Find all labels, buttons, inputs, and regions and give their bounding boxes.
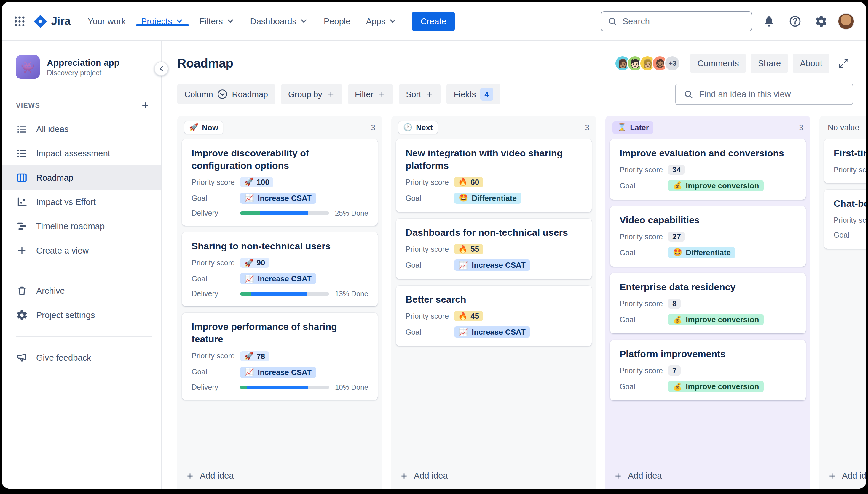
view-toolbar: Column Roadmap Group by Filter [162, 73, 866, 105]
add-idea-button[interactable]: Add idea [391, 465, 596, 489]
idea-card[interactable]: Dashboards for non-technical users Prior… [396, 218, 592, 279]
goal-value: Increase CSAT [258, 194, 311, 203]
nav-item-apps[interactable]: Apps [358, 16, 405, 26]
column-selector-label: Column [184, 90, 213, 99]
priority-row: Priority score 34 [619, 165, 796, 175]
column-header: 🚀 Now 3 [177, 115, 382, 137]
priority-score-chip: 🔥 45 [454, 311, 483, 321]
add-idea-label: Add idea [842, 471, 866, 480]
sidebar-item-archive[interactable]: Archive [2, 279, 161, 303]
expand-button[interactable] [834, 54, 853, 73]
priority-score-value: 60 [470, 178, 479, 187]
fields-button[interactable]: Fields 4 [447, 84, 501, 104]
sidebar-item-impact-vs-effort[interactable]: Impact vs Effort [2, 190, 161, 214]
avatar-overflow-badge[interactable]: +3 [664, 55, 681, 72]
priority-score-value: 55 [470, 245, 479, 254]
rocket-icon: 🚀 [244, 178, 253, 186]
app-switcher-button[interactable] [10, 12, 29, 31]
priority-score-chip: 27 [668, 232, 685, 242]
idea-card[interactable]: Improve discoverability of configuration… [182, 139, 378, 226]
sidebar-item-timeline-roadmap[interactable]: Timeline roadmap [2, 214, 161, 238]
filter-button[interactable]: Filter [348, 84, 393, 104]
idea-card[interactable]: Chat-bot su Priority score 6 Goal 💰 [824, 190, 866, 248]
about-button[interactable]: About [793, 54, 830, 73]
idea-card[interactable]: First-time ex Priority score 6 [824, 139, 866, 183]
add-idea-button[interactable]: Add idea [819, 465, 866, 489]
avatar-stack[interactable]: 👩🏽 🧑🏻 👩🏼 🧔🏽 +3 [615, 55, 681, 72]
profile-avatar[interactable] [838, 13, 854, 29]
find-idea-input[interactable] [699, 90, 846, 99]
idea-card[interactable]: Sharing to non-technical users Priority … [182, 232, 378, 306]
priority-score-chip: 🚀 100 [240, 177, 274, 187]
sidebar-item-all-ideas[interactable]: All ideas [2, 117, 161, 141]
priority-row: Priority score 6 [834, 165, 866, 175]
project-header: 👾 Appreciation app Discovery project [2, 55, 161, 79]
add-idea-button[interactable]: Add idea [605, 465, 811, 489]
goal-chip: 🤩 Differentiate [668, 247, 736, 258]
idea-card[interactable]: Improve evaluation and conversions Prior… [610, 139, 806, 200]
sort-label: Sort [406, 90, 421, 99]
find-idea-search[interactable] [675, 83, 853, 105]
divider [16, 272, 152, 272]
sidebar-item-create-view[interactable]: Create a view [2, 238, 161, 262]
progress-inprogress-segment [260, 211, 308, 215]
idea-card[interactable]: Platform improvements Priority score 7 G… [610, 340, 806, 401]
navbar-right [601, 2, 854, 40]
list-icon [16, 147, 28, 159]
jira-logo[interactable]: Jira [34, 15, 71, 27]
delivery-progress-bar [240, 292, 329, 296]
chevron-down-icon [300, 17, 308, 25]
sidebar-item-give-feedback[interactable]: Give feedback [2, 345, 161, 369]
nav-item-filters[interactable]: Filters [192, 16, 242, 26]
nav-item-projects[interactable]: Projects [133, 16, 192, 26]
delivery-progress-bar [240, 211, 329, 215]
settings-button[interactable] [812, 12, 831, 31]
goal-label: Goal [834, 231, 866, 240]
comments-button[interactable]: Comments [690, 54, 746, 73]
notifications-button[interactable] [759, 12, 778, 31]
view-label: Create a view [36, 246, 89, 255]
priority-score-value: 100 [256, 178, 269, 187]
main-content: Roadmap 👩🏽 🧑🏻 👩🏼 🧔🏽 +3 Comments Share Ab… [162, 41, 866, 489]
priority-score-label: Priority score [619, 367, 668, 375]
goal-value: Differentiate [686, 248, 731, 257]
collapse-sidebar-button[interactable] [154, 62, 168, 76]
project-name: Appreciation app [47, 57, 120, 67]
nav-item-dashboards[interactable]: Dashboards [242, 16, 316, 26]
share-button[interactable]: Share [751, 54, 788, 73]
fire-icon: 🔥 [458, 312, 468, 320]
nav-item-people[interactable]: People [316, 16, 358, 26]
goal-row: Goal 🤩 Differentiate [405, 192, 582, 204]
sidebar-item-roadmap[interactable]: Roadmap [2, 165, 161, 190]
nav-item-your-work[interactable]: Your work [80, 16, 133, 26]
column-count: 3 [371, 123, 375, 132]
goal-value: Improve conversion [686, 181, 759, 190]
plus-icon [828, 471, 836, 480]
priority-score-value: 34 [672, 165, 681, 174]
group-by-button[interactable]: Group by [281, 84, 342, 104]
sidebar-item-impact-assessment[interactable]: Impact assessment [2, 141, 161, 165]
goal-row: Goal 📈 Increase CSAT [405, 327, 582, 338]
sidebar-item-project-settings[interactable]: Project settings [2, 303, 161, 327]
idea-card[interactable]: Enterprise data residency Priority score… [610, 273, 806, 334]
add-idea-button[interactable]: Add idea [177, 465, 382, 489]
idea-card[interactable]: Better search Priority score 🔥 45 Goal [396, 286, 592, 346]
board-column-no-value: No value First-time ex Priority score 6 [819, 115, 866, 489]
global-search-input[interactable] [622, 16, 746, 26]
nav-label: Your work [88, 16, 126, 26]
view-label: Archive [36, 286, 65, 295]
sort-button[interactable]: Sort [399, 84, 440, 104]
idea-card[interactable]: New integration with video sharing platf… [396, 139, 592, 212]
gear-icon [16, 309, 28, 321]
delivery-percent: 13% Done [335, 290, 368, 298]
global-search[interactable] [601, 11, 753, 31]
help-button[interactable] [785, 12, 804, 31]
column-selector[interactable]: Column Roadmap [177, 84, 275, 104]
create-button[interactable]: Create [412, 12, 455, 31]
column-selector-value: Roadmap [232, 90, 268, 99]
column-count: 3 [799, 123, 803, 132]
add-view-button[interactable] [139, 99, 152, 112]
idea-card[interactable]: Video capabilities Priority score 27 Goa… [610, 206, 806, 267]
idea-card[interactable]: Improve performance of sharing feature P… [182, 313, 378, 400]
progress-done-segment [240, 385, 247, 389]
